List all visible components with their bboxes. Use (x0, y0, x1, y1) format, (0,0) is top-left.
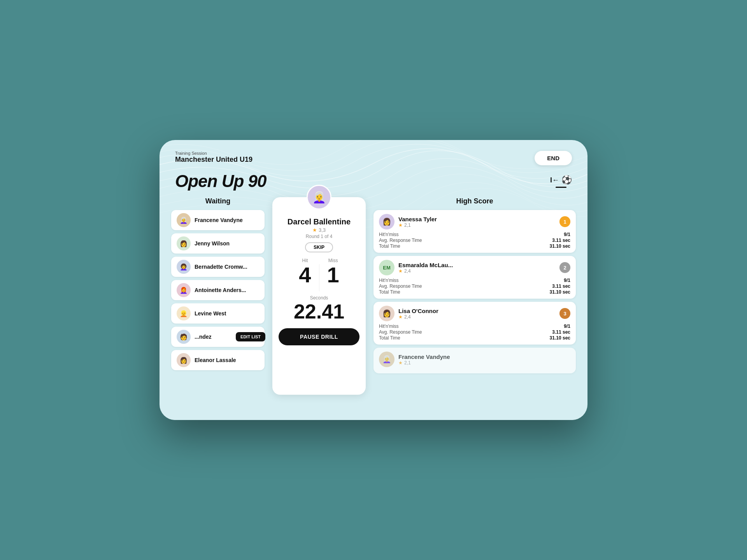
score-name-area: Lisa O'Connor ★ 2,4 (398, 308, 438, 320)
avatar: 👩 (177, 236, 191, 250)
avatar: 👩‍🦳 (177, 213, 191, 227)
list-item: 👱 Levine West (171, 303, 265, 324)
header-left: Training Session Manchester United U19 (175, 151, 253, 164)
drill-title: Open Up 90 (175, 172, 267, 191)
stat-label: Avg. Response Time (379, 238, 547, 243)
score-rating: ★ 2,4 (398, 268, 453, 274)
hit-value: 4 (299, 264, 311, 286)
score-avatar: EM (379, 260, 395, 275)
active-player-rating: ★ 3,3 (312, 227, 326, 233)
active-player-panel: 👩‍🦳 Darcel Ballentine ★ 3,3 Round 1 of 4… (272, 197, 366, 395)
star-icon: ★ (398, 268, 403, 274)
main-content: Waiting 👩‍🦳 Francene Vandyne 👩 Jenny Wil… (160, 191, 587, 401)
score-stats: Hit'n'miss 9/1 Avg. Response Time 3.11 s… (379, 232, 570, 249)
score-rating: ★ 2,1 (398, 360, 450, 366)
avatar: 👱 (177, 306, 191, 320)
drill-icon-area: I← ⚽ (550, 175, 572, 191)
drill-title-area: Open Up 90 I← ⚽ (160, 165, 587, 191)
stat-value: 3.11 sec (550, 238, 570, 243)
list-item: 👩 Jenny Wilson (171, 233, 265, 254)
waiting-title: Waiting (171, 197, 265, 205)
stat-label: Hit'n'miss (379, 232, 547, 237)
device-frame: Training Session Manchester United U19 E… (160, 140, 587, 420)
rank-badge-3: 3 (559, 308, 570, 319)
header: Training Session Manchester United U19 E… (160, 140, 587, 165)
seconds-value: 22.41 (294, 301, 344, 323)
stat-value: 9/1 (550, 324, 570, 329)
stat-label: Hit'n'miss (379, 278, 547, 283)
list-item: 👩‍🦰 Antoinette Anders... (171, 280, 265, 300)
score-name: Esmaralda McLau... (398, 262, 453, 268)
avatar: 🧑 (177, 330, 191, 344)
stat-label: Total Time (379, 243, 547, 249)
score-name: Lisa O'Connor (398, 308, 438, 314)
score-player-info: 👩‍🦳 Francene Vandyne ★ 2,1 (379, 352, 450, 367)
star-icon: ★ (398, 222, 403, 228)
rank-badge-2: 2 (559, 262, 570, 273)
end-button[interactable]: END (535, 151, 572, 165)
highscore-panel: High Score 👩 Vanessa Tyler ★ 2,1 (374, 197, 576, 395)
training-label: Training Session (175, 151, 253, 156)
drill-icon-row: I← ⚽ (550, 175, 572, 185)
score-card-header: 👩 Vanessa Tyler ★ 2,1 1 (379, 214, 570, 229)
stat-label: Avg. Response Time (379, 329, 547, 335)
list-item: 👩‍🦳 Francene Vandyne (171, 210, 265, 230)
arrow-icon: I← (550, 176, 559, 184)
football-icon: ⚽ (561, 175, 572, 185)
score-avatar: 👩 (379, 306, 395, 321)
stat-value: 3.11 sec (550, 329, 570, 335)
round-info: Round 1 of 4 (306, 234, 333, 239)
list-item: 👩‍🦱 Bernadette Cromw... (171, 257, 265, 277)
player-name: Jenny Wilson (195, 240, 230, 247)
avatar: 👩‍🦰 (177, 283, 191, 297)
pause-drill-button[interactable]: PAUSE DRILL (279, 328, 359, 345)
score-card-header: EM Esmaralda McLau... ★ 2,4 2 (379, 260, 570, 275)
score-card-header: 👩‍🦳 Francene Vandyne ★ 2,1 (379, 352, 570, 367)
stat-value: 31.10 sec (550, 243, 570, 249)
list-item: 🧑 ...ndez EDIT LIST (171, 327, 265, 347)
stat-value: 9/1 (550, 232, 570, 237)
player-name: Levine West (195, 310, 226, 317)
rating-value: 2,1 (404, 222, 411, 228)
edit-list-button[interactable]: EDIT LIST (236, 332, 265, 341)
score-card-1: 👩 Vanessa Tyler ★ 2,1 1 Hit'n'miss 9/1 (374, 210, 576, 253)
active-player-avatar: 👩‍🦳 (307, 185, 331, 210)
stat-value: 9/1 (550, 278, 570, 283)
star-icon: ★ (398, 314, 403, 320)
stat-value: 31.10 sec (550, 289, 570, 295)
score-rating: ★ 2,1 (398, 222, 437, 228)
score-card-3: 👩 Lisa O'Connor ★ 2,4 3 Hit'n'miss 9/1 (374, 302, 576, 345)
icon-underline (556, 187, 566, 188)
score-rating: ★ 2,4 (398, 314, 438, 320)
stat-label: Avg. Response Time (379, 284, 547, 289)
score-avatar: 👩 (379, 214, 395, 229)
seconds-block: Seconds 22.41 (279, 295, 359, 323)
score-name-area: Esmaralda McLau... ★ 2,4 (398, 262, 453, 274)
score-card-2: EM Esmaralda McLau... ★ 2,4 2 Hit'n'miss (374, 256, 576, 299)
player-name: Francene Vandyne (195, 217, 243, 223)
rank-badge-1: 1 (559, 216, 570, 227)
stat-label: Total Time (379, 289, 547, 295)
player-name: Antoinette Anders... (195, 287, 246, 293)
active-player-name: Darcel Ballentine (288, 217, 351, 226)
score-stats: Hit'n'miss 9/1 Avg. Response Time 3.11 s… (379, 324, 570, 341)
score-player-info: 👩 Lisa O'Connor ★ 2,4 (379, 306, 438, 321)
star-icon: ★ (312, 227, 317, 233)
player-name: ...ndez (195, 334, 212, 340)
avatar: 👩‍🦱 (177, 260, 191, 274)
rating-value: 3,3 (319, 227, 326, 233)
score-player-info: 👩 Vanessa Tyler ★ 2,1 (379, 214, 437, 229)
team-name: Manchester United U19 (175, 156, 253, 164)
avatar: 👩 (177, 353, 191, 367)
score-name: Francene Vandyne (398, 354, 450, 360)
list-item: 👩 Eleanor Lassale (171, 350, 265, 370)
skip-button[interactable]: SKIP (305, 242, 333, 252)
score-player-info: EM Esmaralda McLau... ★ 2,4 (379, 260, 453, 275)
seconds-label: Seconds (310, 295, 328, 301)
star-icon: ★ (398, 360, 403, 366)
score-name: Vanessa Tyler (398, 216, 437, 222)
miss-value: 1 (327, 264, 339, 286)
rating-value: 2,4 (404, 268, 411, 274)
score-avatar: 👩‍🦳 (379, 352, 395, 367)
hit-stat: Hit 4 (299, 258, 311, 291)
